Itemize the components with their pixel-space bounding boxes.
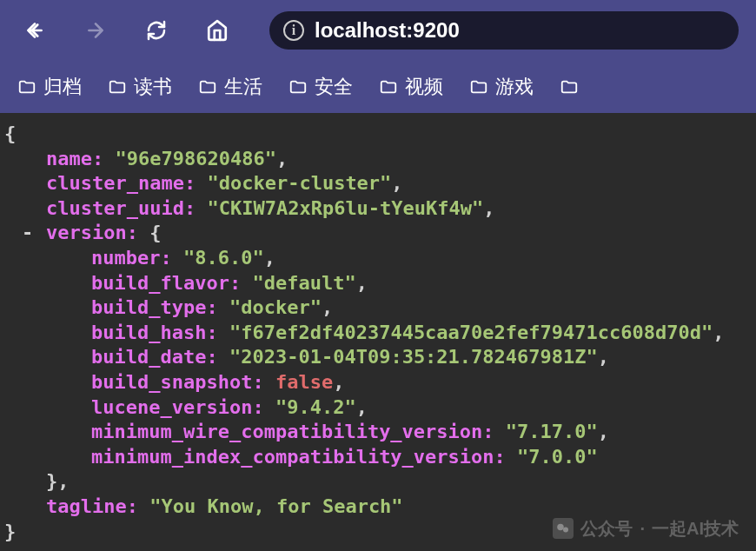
url-bar[interactable]: i localhost:9200 [269,11,739,50]
json-key: tagline: [46,495,138,517]
info-icon[interactable]: i [283,20,304,41]
watermark-label: 公众号 [580,517,633,540]
wechat-icon [553,518,574,539]
json-value: "docker-cluster" [207,172,391,194]
json-key: minimum_index_compatibility_version: [91,446,506,468]
bookmark-label: 生活 [224,74,262,100]
json-key: build_snapshot: [91,371,264,393]
bookmark-label: 归档 [43,74,82,100]
json-key: number: [91,247,172,269]
json-key: lucene_version: [91,396,264,418]
json-key: build_hash: [91,322,218,343]
json-value: "docker" [229,296,322,318]
json-key: minimum_wire_compatibility_version: [91,421,494,442]
url-text: localhost:9200 [315,18,460,43]
json-value: "default" [252,272,355,294]
back-button[interactable] [17,13,52,48]
bookmarks-bar: 归档 读书 生活 安全 视频 游戏 [0,61,756,113]
bookmark-label: 视频 [405,74,443,100]
json-value: "7.17.0" [506,421,598,442]
json-content: { name: "96e798620486", cluster_name: "d… [0,113,756,551]
json-value: "9.4.2" [275,396,356,418]
collapse-toggle[interactable]: - [22,221,33,246]
bookmark-games[interactable]: 游戏 [469,74,534,100]
json-value: "f67ef2df40237445caa70e2fef79471cc608d70… [229,322,713,343]
watermark: 公众号 · 一起AI技术 [553,517,739,540]
json-value: "CKIW7A2xRp6lu-tYeuKf4w" [207,197,483,219]
watermark-label: 一起AI技术 [652,517,739,540]
json-value: "96e798620486" [115,148,275,169]
svg-point-2 [563,528,568,533]
forward-button[interactable] [78,13,113,48]
bookmark-life[interactable]: 生活 [198,74,262,100]
json-value: "You Know, for Search" [149,495,402,517]
json-key: name: [46,148,103,169]
home-button[interactable] [200,13,235,48]
json-key: version: [46,222,138,243]
bookmark-video[interactable]: 视频 [379,74,443,100]
json-key: build_flavor: [91,272,241,294]
json-value: "2023-01-04T09:35:21.782467981Z" [229,346,598,368]
bookmark-label: 读书 [134,74,172,100]
json-key: build_type: [91,296,218,318]
watermark-dot: · [640,517,645,540]
open-brace: { [4,123,16,144]
json-value: "7.0.0" [517,446,598,468]
browser-toolbar: i localhost:9200 [0,0,756,61]
bookmark-label: 游戏 [495,74,534,100]
bookmark-label: 安全 [315,74,353,100]
json-key: cluster_uuid: [46,197,196,219]
json-value: false [275,371,333,393]
json-key: build_date: [91,346,218,368]
bookmark-archive[interactable]: 归档 [17,74,82,100]
bookmark-more[interactable] [560,77,579,96]
bookmark-security[interactable]: 安全 [288,74,353,100]
bookmark-reading[interactable]: 读书 [108,74,172,100]
close-brace: } [4,521,16,542]
svg-point-1 [558,524,565,531]
reload-button[interactable] [139,13,174,48]
json-key: cluster_name: [46,172,196,194]
json-value: "8.6.0" [183,247,264,269]
